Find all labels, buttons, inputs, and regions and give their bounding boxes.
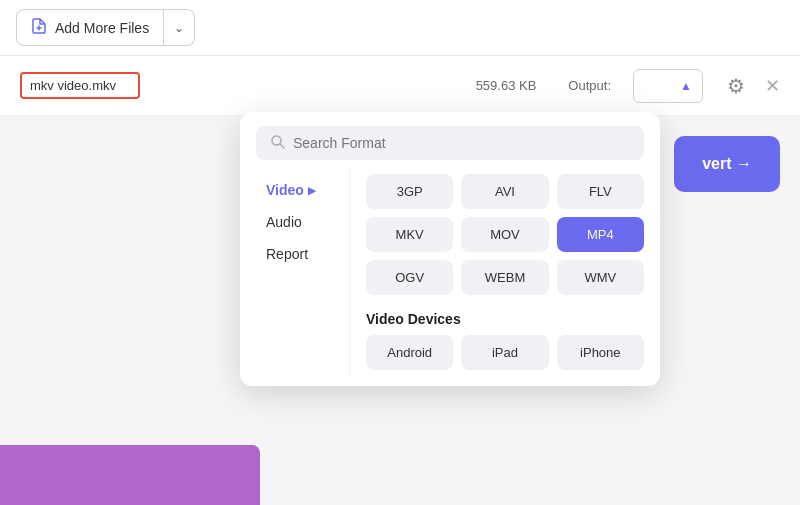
chevron-up-icon: ▲ xyxy=(680,79,692,93)
device-android[interactable]: Android xyxy=(366,335,453,370)
convert-button[interactable]: vert → xyxy=(674,136,780,192)
category-video[interactable]: Video ▶ xyxy=(256,174,349,206)
format-ogv[interactable]: OGV xyxy=(366,260,453,295)
format-wmv[interactable]: WMV xyxy=(557,260,644,295)
chevron-down-icon: ⌄ xyxy=(174,21,184,35)
purple-bar xyxy=(0,445,260,505)
categories-list: Video ▶ Audio Report xyxy=(240,170,350,374)
category-video-label: Video xyxy=(266,182,304,198)
search-input[interactable] xyxy=(293,135,630,151)
file-plus-icon xyxy=(31,18,47,37)
main-area: mkv video.mkv 559.63 KB Output: ▲ ⚙ ✕ ve… xyxy=(0,56,800,505)
category-audio[interactable]: Audio xyxy=(256,206,349,238)
video-devices-title: Video Devices xyxy=(366,311,644,327)
format-dropdown-panel: Video ▶ Audio Report 3GP AVI FLV MKV MOV xyxy=(240,112,660,386)
panel-body: Video ▶ Audio Report 3GP AVI FLV MKV MOV xyxy=(240,170,660,374)
format-mp4[interactable]: MP4 xyxy=(557,217,644,252)
format-mkv[interactable]: MKV xyxy=(366,217,453,252)
chevron-right-icon: ▶ xyxy=(308,185,316,196)
category-report-label: Report xyxy=(266,246,308,262)
file-size: 559.63 KB xyxy=(476,78,537,93)
video-devices-grid: Android iPad iPhone xyxy=(366,335,644,370)
close-button[interactable]: ✕ xyxy=(765,74,780,97)
search-bar xyxy=(240,112,660,170)
toolbar: Add More Files ⌄ xyxy=(0,0,800,56)
format-3gp[interactable]: 3GP xyxy=(366,174,453,209)
formats-area: 3GP AVI FLV MKV MOV MP4 OGV WEBM WMV Vid… xyxy=(350,170,660,374)
output-selector[interactable]: ▲ xyxy=(633,69,703,103)
search-input-wrap xyxy=(256,126,644,160)
category-report[interactable]: Report xyxy=(256,238,349,270)
convert-label: vert → xyxy=(702,155,752,173)
search-icon xyxy=(270,134,285,152)
close-icon: ✕ xyxy=(765,76,780,96)
file-row: mkv video.mkv 559.63 KB Output: ▲ ⚙ ✕ xyxy=(0,56,800,116)
category-audio-label: Audio xyxy=(266,214,302,230)
svg-line-3 xyxy=(280,144,284,148)
format-mov[interactable]: MOV xyxy=(461,217,548,252)
device-iphone[interactable]: iPhone xyxy=(557,335,644,370)
format-avi[interactable]: AVI xyxy=(461,174,548,209)
format-flv[interactable]: FLV xyxy=(557,174,644,209)
gear-icon: ⚙ xyxy=(727,75,745,97)
format-webm[interactable]: WEBM xyxy=(461,260,548,295)
file-name: mkv video.mkv xyxy=(20,72,140,99)
add-more-button[interactable]: Add More Files xyxy=(16,9,164,46)
toolbar-dropdown-button[interactable]: ⌄ xyxy=(164,9,195,46)
add-more-label: Add More Files xyxy=(55,20,149,36)
output-label: Output: xyxy=(568,78,611,93)
video-formats-grid: 3GP AVI FLV MKV MOV MP4 OGV WEBM WMV xyxy=(366,174,644,295)
device-ipad[interactable]: iPad xyxy=(461,335,548,370)
settings-button[interactable]: ⚙ xyxy=(727,74,745,98)
